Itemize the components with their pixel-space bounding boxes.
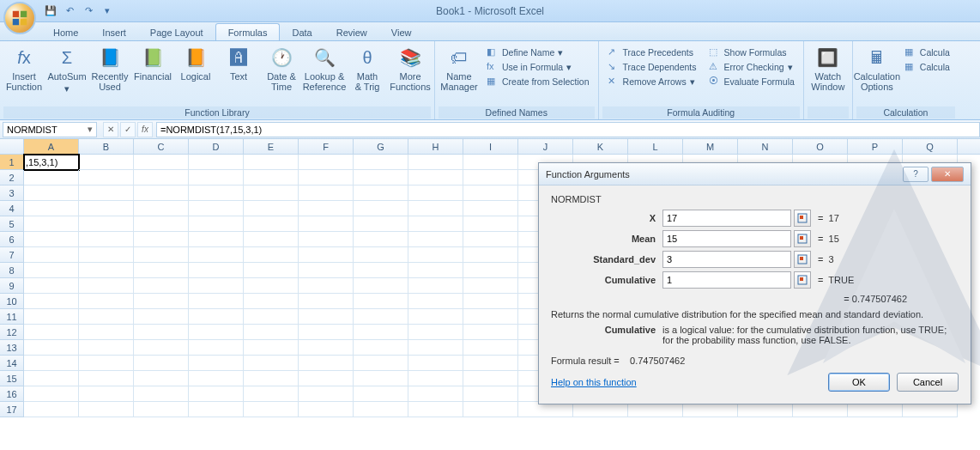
row-header[interactable]: 10 [0,294,24,309]
cell[interactable] [463,185,518,201]
cell[interactable] [189,247,244,263]
cell[interactable] [299,402,354,417]
cell[interactable] [299,155,354,170]
cell[interactable] [299,386,354,402]
formula-input[interactable]: =NORMDIST(17,15,3,1) [156,122,980,137]
cell[interactable] [134,356,189,371]
calculate-now-button[interactable]: ▦Calcula [901,46,953,59]
column-header[interactable]: A [24,139,79,154]
cell[interactable] [408,386,463,402]
cell[interactable] [24,371,79,386]
enter-formula-button[interactable]: ✓ [120,122,136,137]
error-checking-button[interactable]: ⚠Error Checking▾ [705,60,798,74]
cell[interactable] [463,356,518,371]
column-header[interactable]: M [683,139,738,154]
row-header[interactable]: 14 [0,356,24,371]
cell[interactable] [189,309,244,325]
cell[interactable] [24,278,79,294]
arg-input-standard_dev[interactable] [662,251,791,268]
office-button[interactable] [3,2,36,34]
cell[interactable] [24,309,79,325]
cell[interactable] [134,247,189,263]
cell[interactable] [24,386,79,402]
cell[interactable] [79,309,134,325]
cell[interactable] [24,263,79,278]
cell[interactable] [189,185,244,201]
row-header[interactable]: 3 [0,185,24,201]
cell[interactable] [354,356,408,371]
cell[interactable] [79,402,134,417]
cell[interactable] [244,247,299,263]
cell[interactable] [189,201,244,216]
row-header[interactable]: 5 [0,216,24,232]
cell[interactable] [79,371,134,386]
collapse-dialog-button[interactable] [794,251,811,268]
cell[interactable] [463,170,518,185]
arg-input-cumulative[interactable] [662,271,791,289]
chevron-down-icon[interactable]: ▾ [88,124,93,135]
arg-input-x[interactable] [662,210,791,227]
cell[interactable] [134,294,189,309]
cell[interactable] [299,325,354,340]
cell[interactable] [463,325,518,340]
tab-insert[interactable]: Insert [90,24,138,40]
cell[interactable] [408,325,463,340]
cell[interactable] [463,309,518,325]
cell[interactable] [189,232,244,247]
calculate-sheet-button[interactable]: ▦Calcula [901,60,953,74]
use-in-formula-button[interactable]: fxUse in Formula▾ [483,60,593,74]
cell[interactable] [189,386,244,402]
cell[interactable] [244,386,299,402]
cell[interactable] [134,386,189,402]
cell[interactable] [189,216,244,232]
column-header[interactable]: I [463,139,518,154]
recently-used-button[interactable]: 📘Recently Used [89,44,130,94]
row-header[interactable]: 11 [0,309,24,325]
cell[interactable] [244,309,299,325]
cell[interactable] [354,155,408,170]
column-header[interactable]: J [518,139,573,154]
cell[interactable] [244,185,299,201]
cell[interactable] [463,201,518,216]
cell[interactable] [134,371,189,386]
cell[interactable] [244,155,299,170]
cell[interactable] [299,201,354,216]
cell[interactable] [354,402,408,417]
column-header[interactable]: H [408,139,463,154]
cell[interactable] [134,263,189,278]
row-header[interactable]: 4 [0,201,24,216]
cell[interactable] [408,356,463,371]
cell[interactable] [408,294,463,309]
math-trig-button[interactable]: θMath & Trig [347,44,388,94]
cell[interactable] [134,170,189,185]
cell[interactable] [244,278,299,294]
calculation-options-button[interactable]: 🖩Calculation Options [856,44,898,94]
cell[interactable] [79,325,134,340]
cell[interactable] [463,386,518,402]
cell[interactable] [354,170,408,185]
cell[interactable] [244,340,299,356]
cell[interactable] [189,356,244,371]
cell[interactable] [24,201,79,216]
row-header[interactable]: 9 [0,278,24,294]
cell[interactable] [354,325,408,340]
cell[interactable] [79,294,134,309]
row-header[interactable]: 8 [0,263,24,278]
dialog-close-button[interactable]: ✕ [931,167,964,182]
cell[interactable] [408,201,463,216]
cell[interactable] [408,155,463,170]
cell[interactable] [134,325,189,340]
cell[interactable] [189,170,244,185]
row-header[interactable]: 6 [0,232,24,247]
evaluate-formula-button[interactable]: ⦿Evaluate Formula [705,75,798,88]
row-header[interactable]: 15 [0,371,24,386]
cell[interactable] [299,247,354,263]
row-header[interactable]: 13 [0,340,24,356]
cell[interactable] [463,402,518,417]
cell[interactable] [299,185,354,201]
cell[interactable] [189,263,244,278]
cell[interactable] [24,185,79,201]
financial-button[interactable]: 📗Financial [132,44,173,83]
cell[interactable] [134,402,189,417]
cell[interactable] [189,325,244,340]
